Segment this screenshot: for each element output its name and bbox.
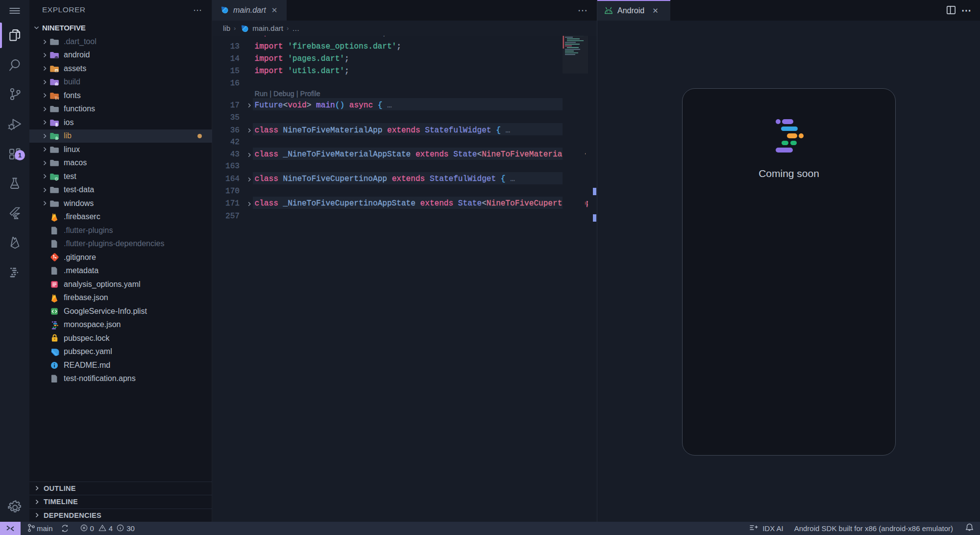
svg-text:Tт: Tт xyxy=(55,96,59,101)
